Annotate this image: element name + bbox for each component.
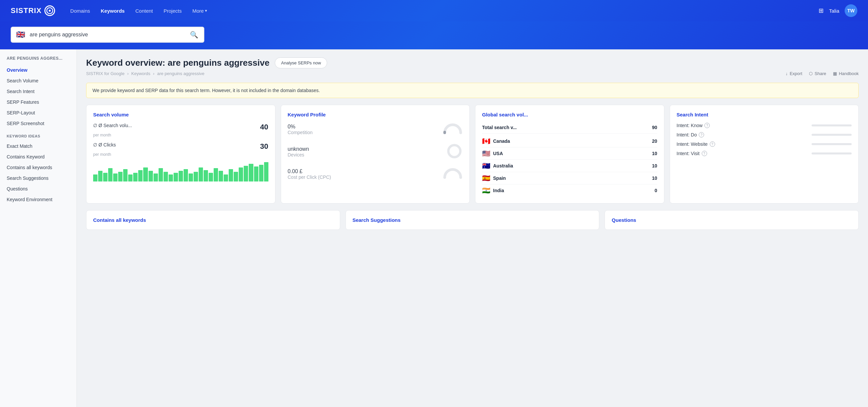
export-label: Export [789,71,802,76]
contains-all-keywords-card: Contains all keywords [86,210,340,230]
nav-projects[interactable]: Projects [159,5,186,16]
country-row-canada: 🇨🇦 Canada 20 [482,135,657,147]
sidebar-item-contains-all[interactable]: Contains all keywords [0,162,76,173]
bar-chart-bar [199,167,203,181]
intent-do-bar [812,134,851,136]
australia-name: Australia [493,163,513,168]
cpc-value: 0.00 £ [288,168,331,174]
sidebar-item-search-volume[interactable]: Search Volume [0,75,76,86]
contains-all-title: Contains all keywords [93,217,333,223]
intent-visit-row: Intent: Visit ? [677,151,852,156]
breadcrumb-sistrix[interactable]: SISTRIX for Google [86,71,125,76]
intent-visit-help[interactable]: ? [702,151,707,156]
sidebar-item-questions[interactable]: Questions [0,183,76,194]
sidebar-ideas-section: KEYWORD IDEAS [0,129,76,141]
search-button[interactable]: 🔍 [185,31,204,39]
logo-icon [44,5,55,16]
intent-website-bar [812,143,851,145]
logo[interactable]: SISTRIX [11,5,55,16]
breadcrumb: SISTRIX for Google › Keywords › are peng… [86,71,859,76]
canada-value: 20 [652,138,657,144]
australia-flag: 🇦🇺 [482,162,490,170]
handbook-icon: ▦ [833,71,837,76]
india-value: 0 [655,188,657,193]
intent-website-row: Intent: Website ? [677,141,852,147]
country-flag-icon[interactable]: 🇬🇧 [11,30,30,39]
devices-row: unknown Devices [288,143,463,161]
country-row-india: 🇮🇳 India 0 [482,184,657,197]
sidebar-item-exact-match[interactable]: Exact Match [0,141,76,151]
usa-value: 10 [652,151,657,156]
top-navigation: SISTRIX Domains Keywords Content Project… [0,0,868,21]
search-input[interactable] [30,32,185,38]
total-row: Total search v... 90 [482,123,657,134]
nav-more-label: More [192,8,204,14]
competition-row: 0% Competition [288,123,463,136]
canada-flag: 🇨🇦 [482,137,490,145]
search-icon: 🔍 [190,31,198,39]
sidebar-item-search-intent[interactable]: Search Intent [0,86,76,97]
bar-chart-bar [239,167,243,181]
bar-chart-bar [214,168,218,181]
bar-chart-bar [219,171,223,181]
sidebar-item-overview[interactable]: Overview [0,65,76,75]
bar-chart-bar [224,174,228,181]
nav-more[interactable]: More ▾ [188,5,212,16]
cpc-gauge [443,167,463,181]
total-value: 90 [652,125,657,130]
bar-chart-bar [133,173,137,181]
bar-chart [93,162,269,181]
country-row-spain: 🇪🇸 Spain 10 [482,172,657,184]
cpc-label: Cost per Click (CPC) [288,174,331,180]
breadcrumb-keywords[interactable]: Keywords [131,71,150,76]
bar-chart-bar [159,168,163,181]
export-button[interactable]: ↓ Export [785,71,802,76]
intent-know-label: Intent: Know ? [677,123,710,128]
competition-value: 0% [288,124,313,130]
intent-website-help[interactable]: ? [710,141,715,147]
sidebar-item-contains-keyword[interactable]: Contains Keyword [0,151,76,162]
nav-domains[interactable]: Domains [66,5,95,16]
usa-flag: 🇺🇸 [482,149,490,158]
bar-chart-bar [143,167,148,181]
handbook-button[interactable]: ▦ Handbook [833,71,859,76]
analyse-serps-button[interactable]: Analyse SERPs now [275,57,327,68]
sidebar-item-keyword-environment[interactable]: Keyword Environment [0,194,76,205]
global-search-card: Global search vol... Total search v... 9… [475,105,664,203]
avg-symbol-2: ∅ [93,142,97,147]
bar-chart-bar [93,174,97,181]
grid-icon[interactable]: ⊞ [818,7,824,14]
bar-chart-bar [254,167,258,181]
india-flag: 🇮🇳 [482,186,490,195]
devices-label: Devices [288,152,309,158]
intent-know-help[interactable]: ? [705,123,710,128]
avg-sub: per month [93,133,269,137]
share-button[interactable]: ⬡ Share [809,71,826,76]
sidebar-item-serp-layout[interactable]: SERP-Layout [0,107,76,118]
usa-name: USA [493,151,503,156]
user-avatar[interactable]: TW [845,4,857,17]
nav-keywords[interactable]: Keywords [96,5,129,16]
bar-chart-bar [244,166,248,181]
intent-know-bar [812,125,851,127]
devices-donut [446,143,463,161]
competition-label: Competition [288,130,313,135]
bar-chart-bar [264,162,269,181]
sidebar-item-search-suggestions[interactable]: Search Suggestions [0,173,76,183]
page-header: Keyword overview: are penguins aggressiv… [86,57,859,68]
sidebar-item-serp-screenshot[interactable]: SERP Screenshot [0,118,76,129]
page-title: Keyword overview: are penguins aggressiv… [86,58,270,68]
avg-value: 40 [260,123,268,131]
country-row-australia: 🇦🇺 Australia 10 [482,160,657,172]
sidebar-item-serp-features[interactable]: SERP Features [0,97,76,107]
breadcrumb-arrow-2: › [153,71,154,76]
search-bar: 🇬🇧 🔍 [11,27,204,43]
svg-point-1 [49,10,51,12]
clicks-label: ∅ Ø Clicks [93,142,116,147]
questions-title: Questions [612,217,851,223]
bar-chart-bar [184,169,188,181]
intent-do-label: Intent: Do ? [677,132,705,137]
bar-chart-bar [194,172,198,181]
nav-content[interactable]: Content [130,5,158,16]
intent-do-help[interactable]: ? [699,132,704,137]
